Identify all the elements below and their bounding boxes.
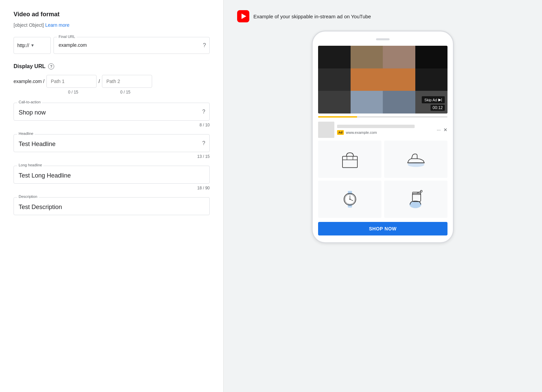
display-url-section: Display URL ? example.com / / 0 / 15 0 /… bbox=[14, 63, 210, 95]
phone-mockup: Skip Ad ▶| 00:12 Ad www.example.com ··· … bbox=[312, 30, 454, 243]
final-url-label: Final URL bbox=[57, 35, 77, 39]
video-timer: 00:12 bbox=[431, 105, 445, 111]
headline-label: Headline bbox=[17, 131, 35, 136]
more-options-icon[interactable]: ··· bbox=[437, 127, 441, 132]
skip-arrow-icon: ▶| bbox=[438, 98, 442, 102]
close-icon[interactable]: ✕ bbox=[443, 127, 447, 132]
svg-rect-7 bbox=[348, 204, 352, 208]
youtube-label: Example of your skippable in-stream ad o… bbox=[253, 14, 371, 19]
cta-counter: 8 / 10 bbox=[14, 123, 210, 127]
path2-counter: 0 / 15 bbox=[100, 90, 150, 95]
product-card-bag bbox=[318, 141, 381, 178]
phone-speaker bbox=[376, 38, 390, 40]
path2-wrapper bbox=[102, 75, 152, 88]
ad-badge-row: Ad www.example.com bbox=[337, 130, 434, 135]
video-color-cell bbox=[351, 91, 383, 114]
description-label: Description bbox=[17, 194, 39, 199]
skip-ad-button[interactable]: Skip Ad ▶| bbox=[422, 96, 445, 103]
description-input[interactable] bbox=[19, 204, 196, 211]
progress-bar bbox=[318, 116, 447, 118]
headline-field-wrapper: Headline ? bbox=[14, 134, 210, 152]
video-color-cell bbox=[383, 46, 415, 68]
product-card-mixer bbox=[384, 181, 447, 218]
description-field-wrapper: Description bbox=[14, 197, 210, 215]
ad-title-placeholder bbox=[337, 125, 415, 128]
cta-help-icon[interactable]: ? bbox=[202, 109, 205, 115]
path2-input[interactable] bbox=[102, 75, 152, 88]
shop-now-button[interactable]: SHOP NOW bbox=[318, 222, 447, 235]
cta-label: Call-to-action bbox=[17, 100, 42, 104]
ad-badge: Ad bbox=[337, 130, 344, 135]
headline-counter: 13 / 15 bbox=[14, 154, 210, 159]
product-card-shoe bbox=[384, 141, 447, 178]
video-color-cell bbox=[383, 68, 415, 91]
path-base: example.com / bbox=[14, 79, 44, 84]
video-color-cell bbox=[318, 68, 351, 91]
video-color-cell bbox=[351, 68, 383, 91]
protocol-select[interactable]: http:// ▼ bbox=[14, 37, 51, 54]
products-grid bbox=[318, 141, 447, 218]
path1-wrapper bbox=[46, 75, 97, 88]
ad-thumbnail bbox=[318, 122, 334, 138]
section-title: Video ad format bbox=[14, 11, 210, 18]
learn-more-link[interactable]: Learn more bbox=[45, 22, 69, 28]
headline-input[interactable] bbox=[19, 141, 196, 148]
path1-input[interactable] bbox=[46, 75, 97, 88]
product-card-watch bbox=[318, 181, 381, 218]
chevron-down-icon: ▼ bbox=[30, 43, 35, 48]
long-headline-input[interactable] bbox=[19, 172, 196, 179]
shoe-icon bbox=[404, 147, 428, 171]
video-color-cell bbox=[351, 46, 383, 68]
svg-rect-6 bbox=[348, 191, 352, 195]
long-headline-counter: 18 / 90 bbox=[14, 186, 210, 190]
section-desc: [object Object] Learn more bbox=[14, 21, 210, 29]
youtube-header: Example of your skippable in-stream ad o… bbox=[237, 10, 528, 22]
cta-field-wrapper: Call-to-action ? bbox=[14, 103, 210, 121]
ad-actions: ··· ✕ bbox=[437, 127, 447, 132]
path-separator: / bbox=[99, 79, 100, 84]
watch-icon bbox=[338, 187, 362, 211]
svg-point-17 bbox=[420, 190, 422, 192]
video-color-cell bbox=[318, 91, 351, 114]
right-panel: Example of your skippable in-stream ad o… bbox=[224, 0, 542, 392]
mixer-icon bbox=[404, 187, 428, 211]
display-url-help-icon[interactable]: ? bbox=[48, 63, 54, 69]
video-color-cell bbox=[383, 91, 415, 114]
video-color-cell bbox=[415, 46, 448, 68]
cta-input[interactable] bbox=[19, 109, 196, 116]
path1-counter: 0 / 15 bbox=[48, 90, 98, 95]
youtube-icon bbox=[237, 10, 249, 22]
svg-point-12 bbox=[349, 199, 351, 200]
path-counters-row: 0 / 15 0 / 15 bbox=[48, 90, 210, 95]
ad-details: Ad www.example.com bbox=[337, 125, 434, 135]
video-color-cell bbox=[415, 68, 448, 91]
video-color-cell bbox=[318, 46, 351, 68]
left-panel: Video ad format [object Object] Learn mo… bbox=[0, 0, 224, 392]
video-color-grid bbox=[318, 46, 447, 114]
bag-icon bbox=[338, 147, 362, 171]
headline-help-icon[interactable]: ? bbox=[202, 140, 205, 146]
ad-info-row: Ad www.example.com ··· ✕ bbox=[318, 120, 447, 141]
ad-url: www.example.com bbox=[346, 130, 377, 135]
url-row: http:// ▼ Final URL ? bbox=[14, 37, 210, 54]
video-area: Skip Ad ▶| 00:12 bbox=[318, 46, 447, 114]
final-url-wrapper: Final URL ? bbox=[54, 37, 210, 54]
help-icon[interactable]: ? bbox=[203, 42, 206, 48]
display-url-label: Display URL ? bbox=[14, 63, 210, 69]
path-row: example.com / / bbox=[14, 75, 210, 88]
long-headline-field-wrapper: Long headline bbox=[14, 166, 210, 184]
final-url-input[interactable] bbox=[59, 42, 197, 48]
progress-fill bbox=[318, 116, 357, 118]
long-headline-label: Long headline bbox=[17, 163, 43, 167]
svg-rect-0 bbox=[342, 156, 357, 167]
